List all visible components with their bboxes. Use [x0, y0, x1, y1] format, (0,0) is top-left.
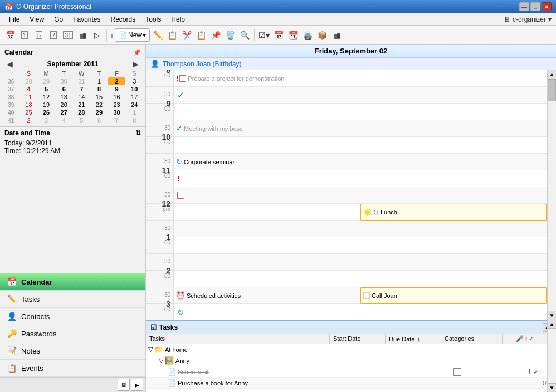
cal-day[interactable]: 4 — [55, 116, 73, 124]
paste-btn[interactable]: 📌 — [209, 28, 222, 42]
cal-day[interactable]: 11 — [20, 93, 38, 101]
menu-go[interactable]: Go — [50, 14, 67, 24]
scroll-down-btn[interactable]: ▼ — [548, 311, 556, 320]
event-row-2-30[interactable]: ⏰ Scheduled activities — [174, 287, 360, 304]
cal-day[interactable]: 5 — [73, 116, 91, 124]
cal-today[interactable]: 2 — [108, 77, 126, 85]
task-checkbox-8[interactable] — [179, 75, 186, 82]
task-row-school-visit[interactable]: 📄 School visit ! ✓ — [146, 366, 556, 378]
cal-day[interactable]: 8 — [125, 116, 143, 124]
close-button[interactable]: ✕ — [542, 2, 552, 11]
cal-day[interactable]: 7 — [73, 85, 91, 93]
calendar2-btn[interactable]: 📅 — [272, 28, 285, 42]
cal-day[interactable]: 9 — [108, 85, 126, 93]
check-dropdown-btn[interactable]: ☑▾ — [257, 28, 271, 42]
toolbar-view-1-btn[interactable]: 1 — [18, 28, 31, 42]
cut-btn[interactable]: ✂️ — [180, 28, 193, 42]
anny-expand-icon[interactable]: ▽ — [159, 357, 163, 364]
event-row-8-00[interactable]: ! Prepare a project for demonstration — [174, 70, 360, 87]
right-row-2-30[interactable]: Call Joan — [360, 287, 547, 304]
right-row-9-30[interactable] — [360, 120, 547, 137]
archive-btn[interactable]: 📦 — [315, 28, 329, 42]
nav-item-events[interactable]: 📋 Events — [0, 360, 145, 377]
event-row-11-30[interactable] — [174, 187, 360, 204]
menu-tools[interactable]: Tools — [141, 14, 165, 24]
event-row-11-00[interactable]: ! — [174, 170, 360, 187]
cal-day[interactable]: 1 — [90, 77, 108, 85]
task-row-purchase-book[interactable]: 📄 Purchase a book for Anny 0% — [146, 378, 556, 389]
tasks-scroll-down-btn[interactable]: ▼ — [548, 383, 556, 392]
properties-btn[interactable]: 📋 — [165, 28, 179, 42]
cal-day[interactable]: 10 — [125, 85, 143, 93]
cal-day[interactable]: 4 — [20, 85, 38, 93]
cal-day[interactable]: 14 — [73, 93, 91, 101]
find-btn[interactable]: 🔍 — [238, 28, 251, 42]
scroll-thumb[interactable] — [548, 79, 556, 101]
right-row-10-00[interactable] — [360, 137, 547, 154]
cal-day[interactable]: 13 — [55, 93, 73, 101]
new-button[interactable]: 📄 New ▾ — [115, 28, 150, 42]
toolbar-view-7-btn[interactable]: 7 — [47, 28, 60, 42]
cal-day[interactable]: 30 — [55, 77, 73, 85]
task-row-anny[interactable]: ▽ 🖼️ Anny — [146, 355, 556, 366]
toolbar-expand-btn[interactable]: ▷ — [90, 28, 104, 42]
birthday-row[interactable]: 👤 Thompson Joan (Birthday) — [146, 58, 556, 70]
cal-day[interactable]: 2 — [20, 116, 38, 124]
event-row-1-00[interactable] — [174, 237, 360, 254]
nav-item-tasks[interactable]: ✏️ Tasks — [0, 291, 145, 308]
right-row-12-pm[interactable]: 🌟 ↻ Lunch — [360, 204, 547, 220]
menu-favorites[interactable]: Favorites — [69, 14, 105, 24]
nav-item-contacts[interactable]: 👤 Contacts — [0, 308, 145, 325]
cal-day[interactable]: 16 — [108, 93, 126, 101]
event-row-8-30[interactable]: ✓ — [174, 87, 360, 104]
right-row-8-00[interactable] — [360, 70, 547, 87]
cal-day[interactable]: 30 — [108, 109, 126, 116]
right-row-11-00[interactable] — [360, 170, 547, 187]
pin-icon[interactable]: 📌 — [133, 49, 141, 56]
cal-day[interactable]: 8 — [90, 85, 108, 93]
toolbar-view-5-btn[interactable]: 5 — [32, 28, 46, 42]
cal-day[interactable]: 23 — [108, 101, 126, 109]
right-row-10-30[interactable] — [360, 154, 547, 170]
table-btn[interactable]: ▦ — [330, 28, 343, 42]
cal-next-btn[interactable]: ▶ — [130, 60, 141, 68]
toolbar-view-31-btn[interactable]: 31 — [61, 28, 75, 42]
cal-day[interactable]: 6 — [90, 116, 108, 124]
menu-records[interactable]: Records — [106, 14, 140, 24]
right-row-8-30[interactable] — [360, 87, 547, 104]
toolbar-grid-btn[interactable]: ▦ — [76, 28, 89, 42]
cal-day[interactable]: 19 — [37, 101, 55, 109]
cal-day[interactable]: 15 — [90, 93, 108, 101]
cal-day[interactable]: 29 — [90, 109, 108, 116]
event-row-9-30[interactable]: ✓ Meeting with my boss — [174, 120, 360, 137]
cal-prev-btn[interactable]: ◀ — [4, 60, 15, 68]
cal-day[interactable]: 29 — [37, 77, 55, 85]
right-row-12-30[interactable] — [360, 220, 547, 237]
cal-day[interactable]: 3 — [37, 116, 55, 124]
cal-day[interactable]: 21 — [73, 101, 91, 109]
task-row-at-home[interactable]: ▽ 📁 At home — [146, 344, 556, 355]
at-home-expand-icon[interactable]: ▽ — [148, 346, 153, 353]
right-row-9-00[interactable] — [360, 104, 547, 120]
cal-day[interactable]: 1 — [125, 109, 143, 116]
tasks-col-sort-icon[interactable]: ↕ — [417, 336, 420, 342]
cal-day[interactable]: 6 — [55, 85, 73, 93]
cal-day[interactable]: 12 — [37, 93, 55, 101]
edit-btn[interactable]: ✏️ — [151, 28, 164, 42]
date-btn[interactable]: 📆 — [286, 28, 300, 42]
event-row-3-00[interactable]: ↻ — [174, 304, 360, 320]
cal-day[interactable]: 25 — [20, 109, 38, 116]
cal-day[interactable]: 22 — [90, 101, 108, 109]
scroll-up-btn[interactable]: ▲ — [548, 70, 556, 79]
print-btn[interactable]: 🖨️ — [301, 28, 314, 42]
day-view-scroll[interactable]: 8 00 30 9 00 30 — [146, 70, 556, 320]
event-row-10-30[interactable]: ↻ Corporate seminar — [174, 154, 360, 170]
menu-view[interactable]: View — [25, 14, 48, 24]
nav-item-passwords[interactable]: 🔑 Passwords — [0, 325, 145, 342]
menu-help[interactable]: Help — [167, 14, 189, 24]
cal-day[interactable]: 26 — [37, 109, 55, 116]
right-row-1-30[interactable] — [360, 254, 547, 271]
event-row-1-30[interactable] — [174, 254, 360, 271]
right-row-3-00[interactable] — [360, 304, 547, 320]
right-row-11-30[interactable] — [360, 187, 547, 204]
